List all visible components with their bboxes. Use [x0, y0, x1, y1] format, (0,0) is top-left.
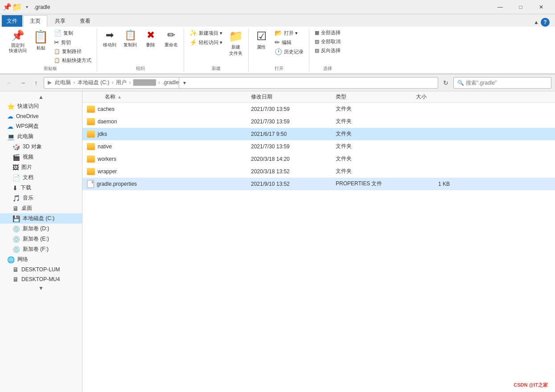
path-breadcrumb: ▶ 此电脑 › 本地磁盘 (C:) › 用户 › ██████ › .gradl…: [48, 79, 179, 86]
copy-path-button[interactable]: 📋 复制路径: [52, 47, 93, 56]
easy-access-button[interactable]: ⚡ 轻松访问 ▾: [188, 38, 224, 47]
minimize-button[interactable]: —: [490, 0, 510, 14]
move-to-button[interactable]: ➡ 移动到: [101, 29, 119, 49]
sidebar-item-desktop-lum[interactable]: 🖥 DESKTOP-LUM: [0, 265, 82, 274]
tab-share[interactable]: 共享: [48, 15, 72, 27]
sidebar-label-cdrive: 本地磁盘 (C:): [23, 215, 54, 222]
desktop-lum-icon: 🖥: [12, 266, 19, 273]
folder-icon: [87, 168, 95, 175]
path-part-users[interactable]: 用户: [116, 79, 127, 86]
file-name-cell: jdks: [82, 131, 247, 138]
col-header-date[interactable]: 修改日期: [247, 93, 332, 101]
select-label: 选择: [323, 65, 332, 72]
sidebar-item-desktop-mu4[interactable]: 🖥 DESKTOP-MU4: [0, 274, 82, 284]
col-header-size[interactable]: 大小: [412, 93, 457, 101]
open-button[interactable]: 📂 打开 ▾: [273, 29, 305, 37]
rename-button[interactable]: ✏ 重命名: [162, 29, 180, 49]
sidebar-item-cdrive[interactable]: 💾 本地磁盘 (C:): [0, 213, 82, 224]
new-item-button[interactable]: ✨ 新建项目 ▾: [188, 29, 224, 37]
sidebar-item-quickaccess[interactable]: ⭐ 快速访问: [0, 101, 82, 111]
sidebar-label-onedrive: OneDrive: [16, 113, 39, 119]
tab-file[interactable]: 文件: [2, 15, 22, 27]
close-button[interactable]: ✕: [531, 0, 551, 14]
paste-button[interactable]: 📋 粘贴: [31, 29, 50, 65]
delete-button[interactable]: ✖ 删除: [142, 29, 160, 49]
copy-paste-area: 📋 粘贴 📄 复制 ✂ 剪切 📋: [31, 29, 93, 65]
search-input[interactable]: [466, 80, 547, 86]
col-header-name[interactable]: 名称 ▲: [82, 93, 247, 101]
back-button[interactable]: ←: [4, 77, 15, 89]
path-part-gradle[interactable]: .gradle: [162, 79, 179, 86]
sidebar-item-thispc[interactable]: 💻 此电脑: [0, 131, 82, 142]
sidebar-label-quickaccess: 快速访问: [17, 102, 39, 110]
pin-label: 固定到快速访问: [9, 43, 27, 53]
thispc-icon: 💻: [7, 133, 15, 140]
sidebar-label-docs: 文档: [23, 174, 33, 181]
select-all-icon: ▦: [315, 30, 319, 36]
refresh-button[interactable]: ↻: [440, 77, 452, 89]
properties-button[interactable]: ☑ 属性: [252, 29, 270, 51]
sidebar-item-edrive[interactable]: 💿 新加卷 (E:): [0, 234, 82, 244]
file-name: jdks: [98, 131, 107, 137]
table-row[interactable]: native 2021/7/30 13:59 文件夹: [82, 140, 555, 153]
sidebar-item-fdrive[interactable]: 💿 新加卷 (F:): [0, 244, 82, 254]
sidebar-scroll-down[interactable]: ▼: [0, 284, 82, 292]
sidebar-item-onedrive[interactable]: ☁ OneDrive: [0, 111, 82, 121]
paste-shortcut-button[interactable]: 📋 粘贴快捷方式: [52, 56, 93, 65]
easy-access-icon: ⚡: [189, 39, 197, 46]
copy-button[interactable]: 📄 复制: [52, 29, 93, 37]
deselect-all-label: 全部取消: [321, 38, 341, 45]
file-name: gradle.properties: [97, 181, 137, 187]
move-icon: ➡: [106, 29, 114, 41]
file-date-cell: 2021/9/10 13:52: [247, 181, 332, 187]
table-row[interactable]: daemon 2021/7/30 13:59 文件夹: [82, 115, 555, 128]
sidebar-item-downloads[interactable]: ⬇ 下载: [0, 183, 82, 193]
sidebar-item-video[interactable]: 🎬 视频: [0, 152, 82, 162]
path-part-thispc[interactable]: 此电脑: [55, 79, 71, 86]
new-label: 新建: [212, 65, 221, 72]
search-box[interactable]: 🔍: [453, 77, 551, 89]
tab-home[interactable]: 主页: [23, 15, 47, 27]
sidebar-item-desktop[interactable]: 🖥 桌面: [0, 203, 82, 213]
col-header-type[interactable]: 类型: [332, 93, 412, 101]
deselect-all-button[interactable]: ▧ 全部取消: [313, 37, 342, 46]
cut-button[interactable]: ✂ 剪切: [52, 38, 93, 47]
copy-to-button[interactable]: 📋 复制到: [121, 29, 139, 49]
table-row[interactable]: wrapper 2020/3/18 13:52 文件夹: [82, 165, 555, 178]
sidebar-item-wps[interactable]: ☁ WPS网盘: [0, 121, 82, 131]
sidebar-label-ddrive: 新加卷 (D:): [23, 225, 49, 233]
help-icon[interactable]: ?: [541, 18, 550, 27]
sidebar-scroll-up[interactable]: ▲: [0, 93, 82, 101]
onedrive-icon: ☁: [7, 113, 13, 120]
table-row[interactable]: jdks 2021/6/17 9:50 文件夹: [82, 128, 555, 140]
new-folder-icon: 📁: [229, 29, 243, 43]
table-row[interactable]: caches 2021/7/30 13:59 文件夹: [82, 103, 555, 115]
history-button[interactable]: 🕐 历史记录: [273, 47, 305, 56]
network-icon: 🌐: [7, 256, 15, 263]
path-part-user[interactable]: ██████: [133, 79, 156, 86]
select-all-label: 全部选择: [321, 29, 341, 36]
sidebar-item-music[interactable]: 🎵 音乐: [0, 193, 82, 203]
sidebar-item-docs[interactable]: 📄 文档: [0, 172, 82, 183]
forward-button[interactable]: →: [17, 77, 29, 89]
table-row[interactable]: gradle.properties 2021/9/10 13:52 PROPER…: [82, 178, 555, 190]
invert-selection-button[interactable]: ▨ 反向选择: [313, 46, 342, 55]
pin-button[interactable]: 📌 固定到快速访问: [7, 29, 29, 54]
sidebar-item-3d[interactable]: 🎲 3D 对象: [0, 142, 82, 152]
path-part-cdrive[interactable]: 本地磁盘 (C:): [78, 79, 109, 86]
sidebar-item-network[interactable]: 🌐 网络: [0, 254, 82, 265]
up-button[interactable]: ↑: [30, 77, 42, 89]
sidebar-item-pictures[interactable]: 🖼 图片: [0, 162, 82, 172]
ribbon-collapse-icon[interactable]: ▲: [534, 19, 539, 25]
new-folder-button[interactable]: 📁 新建文件夹: [227, 29, 245, 57]
address-path[interactable]: ▶ 此电脑 › 本地磁盘 (C:) › 用户 › ██████ › .gradl…: [44, 77, 438, 89]
file-list-header: 名称 ▲ 修改日期 类型 大小: [82, 91, 555, 103]
file-name: workers: [98, 156, 116, 162]
address-dropdown-icon[interactable]: ▾: [179, 77, 189, 89]
table-row[interactable]: workers 2020/3/18 14:20 文件夹: [82, 153, 555, 165]
sidebar-item-ddrive[interactable]: 💿 新加卷 (D:): [0, 224, 82, 234]
tab-view[interactable]: 查看: [73, 15, 97, 27]
edit-button[interactable]: ✏ 编辑: [273, 38, 305, 47]
maximize-button[interactable]: □: [510, 0, 531, 14]
select-all-button[interactable]: ▦ 全部选择: [313, 29, 342, 37]
